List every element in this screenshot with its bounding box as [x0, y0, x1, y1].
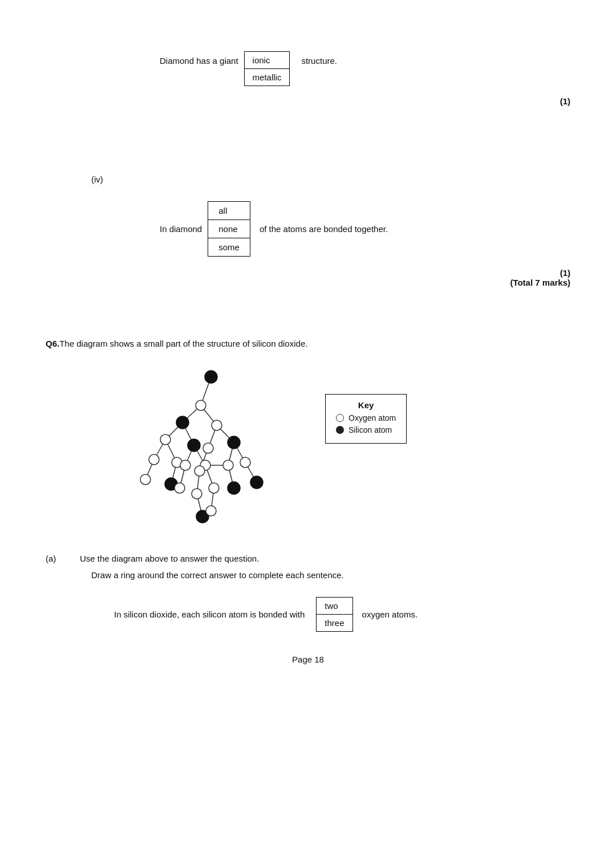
silicon-atom — [188, 439, 200, 452]
oxygen-atom — [149, 454, 159, 465]
oxygen-atom — [140, 474, 151, 485]
sio2-dropdown[interactable]: two three — [316, 597, 352, 632]
q6-intro: The diagram shows a small part of the st… — [59, 339, 307, 348]
marks-section-iv: (1) (Total 7 marks) — [46, 268, 570, 287]
oxygen-atom — [203, 443, 213, 453]
option-two[interactable]: two — [317, 598, 352, 615]
oxygen-atom — [194, 466, 205, 476]
section1-diamond: Diamond has a giant ionic metallic struc… — [160, 51, 570, 86]
part-a-label: (a) Use the diagram above to answer the … — [46, 554, 570, 563]
q6-label: Q6. — [46, 339, 59, 348]
structure-text: structure. — [301, 56, 337, 66]
key-box: Key Oxygen atom Silicon atom — [325, 394, 407, 444]
oxygen-atom — [180, 460, 191, 470]
page-number: Page 18 — [292, 655, 324, 664]
oxygen-atom — [212, 420, 222, 430]
part-a-text1: Use the diagram above to answer the ques… — [80, 554, 259, 563]
part-a-text2: Draw a ring around the correct answer to… — [91, 570, 570, 580]
marks-section1: (1) — [46, 96, 570, 106]
in-diamond-text: In diamond — [160, 224, 202, 234]
key-title: Key — [336, 400, 396, 410]
molecule-diagram — [114, 360, 308, 537]
page-footer: Page 18 — [46, 655, 570, 664]
silicon-label: Silicon atom — [348, 425, 392, 434]
oxygen-atom — [206, 506, 216, 516]
part-a: (a) Use the diagram above to answer the … — [46, 554, 570, 580]
sio2-before: In silicon dioxide, each silicon atom is… — [114, 610, 305, 619]
option-ionic[interactable]: ionic — [245, 52, 290, 69]
option-metallic[interactable]: metallic — [245, 69, 290, 86]
oxygen-atom — [209, 483, 219, 493]
oxygen-atom — [160, 434, 171, 445]
option-some[interactable]: some — [208, 238, 250, 256]
q6-section: Q6.The diagram shows a small part of the… — [46, 339, 570, 632]
silicon-atom — [205, 371, 217, 383]
key-item-oxygen: Oxygen atom — [336, 413, 396, 422]
diamond-dropdown[interactable]: ionic metallic — [244, 51, 290, 86]
option-none[interactable]: none — [208, 220, 250, 238]
bonded-text: of the atoms are bonded together. — [260, 224, 388, 234]
diamond-text: Diamond has a giant — [160, 56, 238, 66]
oxygen-atom — [196, 400, 206, 411]
oxygen-atom — [240, 457, 250, 468]
silicon-atom — [228, 482, 240, 494]
key-item-silicon: Silicon atom — [336, 425, 396, 434]
silicon-circle-icon — [336, 426, 344, 434]
section-iv-content: In diamond all none some of the atoms ar… — [160, 201, 570, 257]
option-all[interactable]: all — [208, 202, 250, 220]
sio2-after: oxygen atoms. — [362, 610, 418, 619]
oxygen-atom — [192, 489, 202, 499]
q6-title: Q6.The diagram shows a small part of the… — [46, 339, 570, 348]
oxygen-atom — [223, 460, 233, 470]
oxygen-atom — [175, 483, 185, 493]
silicon-atom — [250, 476, 263, 489]
iv-dropdown[interactable]: all none some — [208, 201, 250, 257]
part-a-letter: (a) — [46, 554, 80, 563]
silicon-atom — [228, 436, 240, 449]
diagram-area: Key Oxygen atom Silicon atom — [114, 360, 570, 537]
oxygen-label: Oxygen atom — [348, 413, 396, 422]
iv-label: (iv) — [91, 174, 570, 184]
section-iv: (iv) In diamond all none some of the ato… — [91, 174, 570, 257]
oxygen-circle-icon — [336, 414, 344, 422]
option-three[interactable]: three — [317, 615, 352, 631]
sio2-sentence: In silicon dioxide, each silicon atom is… — [114, 597, 570, 632]
silicon-atom — [176, 416, 189, 429]
